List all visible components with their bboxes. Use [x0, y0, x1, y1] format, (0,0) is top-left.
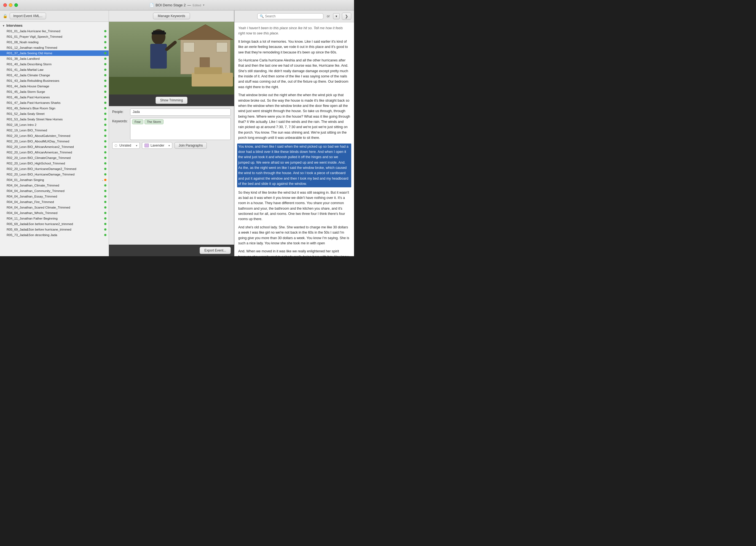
keyword-tag-fear[interactable]: Fear — [132, 119, 143, 124]
rating-dropdown-arrow: ▾ — [136, 144, 137, 147]
keywords-label: Keywords: — [112, 118, 130, 123]
svg-rect-14 — [194, 67, 222, 74]
tree-item-label: R02_18_Leon Intro 2 — [7, 123, 104, 127]
tree-item[interactable]: R01_08_Noah reading — [0, 39, 109, 45]
minimize-button[interactable] — [9, 3, 12, 7]
tree-item[interactable]: R02_18_Leon Intro 2 — [0, 122, 109, 128]
search-bar[interactable]: 🔍 — [257, 13, 323, 19]
titlebar-icon: 📄 — [149, 3, 154, 7]
tree-item[interactable]: R04_04_Jonathan_Climate_Trimmed — [0, 183, 109, 188]
tree-item[interactable]: R01_46_Jada Past Hurricanes — [0, 95, 109, 100]
export-button[interactable]: Export Event... — [200, 247, 231, 254]
people-field[interactable]: Jada — [130, 109, 231, 116]
tree-item[interactable]: R01_45_Jada Storm Surge — [0, 89, 109, 95]
manage-keywords-button[interactable]: Manage Keywords — [153, 13, 190, 19]
titlebar-buttons — [3, 3, 18, 7]
tree-item[interactable]: R01_43_Jada Rebuilding Businesses — [0, 78, 109, 84]
tree-item-label: R04_04_Jonathan_Fire_Trimmed — [7, 200, 104, 204]
tree-item[interactable]: R01_40_Jada Describing Storm — [0, 61, 109, 67]
tree-item[interactable]: R04_01_Jonathan Singing⌄ — [0, 177, 109, 183]
tree-item[interactable]: R02_20_Leon BIO_ClimateChange_Trimmed — [0, 155, 109, 161]
tree-item[interactable]: R01_01_Jada Hurricane Ike_Trimmed — [0, 28, 109, 34]
status-dot — [104, 74, 106, 76]
tree-item-label: R01_52_Jada Sealy Street — [7, 112, 104, 115]
tree-item[interactable]: R02_20_Leon BIO_AfricanAmerican_Trimmed — [0, 150, 109, 155]
tree-item-label: R05_69_Jada&Son before hurricane_trimmed — [7, 228, 104, 231]
status-dot — [104, 135, 106, 137]
tree-item[interactable]: R01_52_Jada Sealy Street — [0, 111, 109, 117]
titlebar-title: 📄 BOI Demo Stage 2 — Edited ▾ — [149, 3, 204, 7]
tree-item[interactable]: R01_01_Prayer Vigil_Speech_Trimmed — [0, 34, 109, 39]
tree-item[interactable]: R02_20_Leon BIO_AboutMLKDay_Trimmed — [0, 139, 109, 144]
status-dot — [104, 146, 106, 148]
tree-item[interactable]: R05_73_Jada&Son describing Jada — [0, 232, 109, 238]
show-trimming-button[interactable]: Show Trimming — [156, 97, 188, 104]
tree-item[interactable]: R04_04_Jonathan_Community_Trimmed — [0, 188, 109, 194]
tree-items-container: R01_01_Jada Hurricane Ike_TrimmedR01_01_… — [0, 28, 109, 238]
transcript-para: So Hurricane Carla hurricane Aleshia and… — [238, 58, 350, 90]
tree-item[interactable]: R01_12_Jonathan reading Trimmed — [0, 45, 109, 50]
tree-item[interactable]: R02_20_Leon BIO_HighSchool_Trimmed — [0, 161, 109, 166]
right-panel: 🔍 or ▾ ❯ Yeah I haven't been to this pla… — [234, 10, 354, 256]
tree-item-label: R05_69_Jada&Son before hurricane2_trimme… — [7, 222, 104, 226]
tree-item[interactable]: R02_20_Leon BIO_AfricanAmerican2_Trimmed — [0, 144, 109, 150]
status-dot — [104, 217, 106, 220]
tree-item[interactable]: R01_38_Jada Landlord — [0, 56, 109, 61]
tree-item[interactable]: R04_04_Jonathan_Essay_Trimmed — [0, 194, 109, 199]
tree-item[interactable]: R02_20_Leon BIO_HurricaneDamage2_Trimmed — [0, 166, 109, 172]
status-dot — [104, 102, 106, 104]
status-dot — [104, 179, 106, 181]
interviews-section-header[interactable]: ▼ Interviews — [0, 23, 109, 28]
status-dot — [104, 201, 106, 203]
tree-item[interactable]: R01_47_Jada Past Hurricanes Sharks — [0, 100, 109, 106]
tree-item[interactable]: R01_37_Jada Seeing Old Home — [0, 50, 109, 56]
tree-item[interactable]: R01_53_Jada Sealy Street New Homes — [0, 117, 109, 122]
tree-item[interactable]: R05_69_Jada&Son before hurricane_trimmed — [0, 227, 109, 232]
tree-item-label: R01_38_Jada Landlord — [7, 57, 104, 60]
tree-item[interactable]: R02_20_Leon BIO_HurricaneDamage_Trimmed — [0, 172, 109, 177]
status-dot — [104, 157, 106, 159]
import-button[interactable]: Import Event XML... — [10, 13, 46, 19]
video-content — [109, 22, 234, 95]
tree-item[interactable]: R01_41_Jada Martial Law — [0, 67, 109, 72]
people-label: People: — [112, 109, 130, 114]
status-dot — [104, 195, 106, 198]
tree-item[interactable]: R02_20_Leon BIO_AboutGalvisten_Trimmed — [0, 133, 109, 139]
tree-item-label: R02_20_Leon BIO_HurricaneDamage_Trimmed — [7, 173, 104, 176]
status-dot — [104, 234, 106, 236]
tree-item[interactable]: R02_19_Leon BIO_Trimmed — [0, 128, 109, 133]
close-button[interactable] — [3, 3, 7, 7]
video-container — [109, 22, 234, 95]
tree-item[interactable]: R04_11_Jonathan Father Beginning — [0, 216, 109, 221]
tree-item[interactable]: R04_04_Jonathan_Fire_Trimmed — [0, 199, 109, 205]
tree-item-label: R01_46_Jada Past Hurricanes — [7, 96, 104, 99]
tree-item[interactable]: R04_04_Jonathan_WhoIs_Trimmed — [0, 210, 109, 216]
tree-item-label: R04_04_Jonathan_WhoIs_Trimmed — [7, 211, 104, 215]
search-input[interactable] — [265, 14, 321, 18]
metadata-bottom: Unrated ▾ Lavender ▾ Join Paragraphs — [112, 142, 231, 149]
keyword-tag-storm[interactable]: The Storm — [144, 119, 163, 124]
tree-item[interactable]: R01_49_Selena's Blue Room Sign — [0, 106, 109, 111]
search-dropdown[interactable]: ▾ — [333, 13, 340, 19]
color-select[interactable]: Lavender ▾ — [142, 142, 172, 149]
maximize-button[interactable] — [14, 3, 18, 7]
join-paragraphs-button[interactable]: Join Paragraphs — [175, 142, 207, 149]
tree-item[interactable]: R05_69_Jada&Son before hurricane2_trimme… — [0, 221, 109, 227]
people-value: Jada — [133, 110, 140, 114]
app-title: BOI Demo Stage 2 — [156, 3, 186, 7]
tree-item[interactable]: R01_42_Jada Climate Change — [0, 72, 109, 78]
tree-list[interactable]: ▼ Interviews R01_01_Jada Hurricane Ike_T… — [0, 22, 109, 256]
rating-select[interactable]: Unrated ▾ — [112, 142, 140, 149]
tree-item[interactable]: R04_04_Jonathan_Scared Climate_Trimmed — [0, 205, 109, 210]
transcript-area[interactable]: Yeah I haven't been to this place since … — [234, 22, 354, 256]
status-dot — [104, 140, 106, 143]
tree-item-label: R02_19_Leon BIO_Trimmed — [7, 129, 104, 132]
rating-label: Unrated — [119, 144, 135, 147]
nav-forward-button[interactable]: ❯ — [342, 13, 351, 20]
svg-rect-9 — [150, 44, 167, 69]
keywords-container[interactable]: Fear The Storm — [130, 118, 231, 140]
tree-item-label: R04_04_Jonathan_Essay_Trimmed — [7, 195, 104, 198]
transcript-para: You know, and then like I said when the … — [237, 144, 351, 187]
tree-item[interactable]: R01_44_Jada House Damage — [0, 84, 109, 89]
lock-icon: 🔒 — [3, 14, 7, 18]
